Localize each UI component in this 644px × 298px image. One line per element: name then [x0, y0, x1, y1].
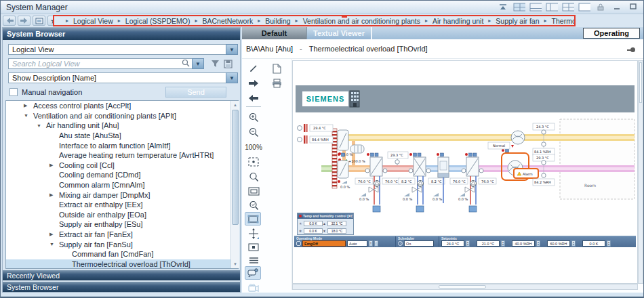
setpoint-value[interactable]: 24.0 °C	[441, 240, 464, 247]
back-arrow-icon[interactable]	[245, 91, 262, 105]
view-selector[interactable]: Logical View	[8, 44, 226, 55]
breadcrumb-item[interactable]: Air handling unit	[432, 17, 483, 25]
history-button[interactable]	[33, 16, 45, 26]
fit-page-icon[interactable]	[245, 184, 262, 198]
mode-edit-icon[interactable]: /	[374, 240, 378, 247]
operating-mode-select[interactable]: Auto	[347, 240, 367, 247]
layers-icon[interactable]	[245, 253, 262, 267]
display-mode-selector[interactable]: Show Description [Name]	[8, 72, 226, 83]
zoom-in-icon[interactable]	[245, 110, 262, 124]
breadcrumb-item[interactable]: Ventilation and air conditioning plants	[303, 17, 420, 25]
zoom-level[interactable]: 100%	[245, 140, 262, 154]
supply-fan-alarm-badge[interactable]: Alarm	[514, 169, 538, 178]
canvas-hscrollbar[interactable]	[292, 284, 638, 290]
tree-scrollbar[interactable]: ▲ ▼	[230, 101, 239, 268]
search-dropdown-icon[interactable]: ▼	[192, 58, 204, 69]
vscrollbar-thumb[interactable]	[639, 62, 642, 103]
display-mode-dropdown-icon[interactable]: ▼	[226, 72, 238, 83]
outside-air-damper[interactable]: 0.0 %	[338, 161, 350, 189]
layout-left-icon[interactable]	[546, 2, 558, 12]
tree-item[interactable]: Thermoelectrical overload [ThOvrld]	[6, 259, 238, 270]
collapse-icon[interactable]: ▼	[49, 242, 59, 247]
mode-dropdown-icon[interactable]: ▼	[369, 240, 373, 247]
layout-4pane-icon[interactable]	[513, 2, 525, 12]
expand-icon[interactable]: ▶	[49, 232, 59, 237]
tree-item[interactable]: Supply air enthalpy [ESu]	[6, 219, 238, 230]
tree-item[interactable]: ▶Access control plants [AccPlt]	[6, 101, 238, 111]
search-icon[interactable]	[182, 59, 190, 68]
layout-single-icon[interactable]	[578, 2, 590, 12]
zoom-original-icon[interactable]	[245, 155, 262, 169]
outside-air-sensors[interactable]: 29.4 °C 84.4 %RH	[298, 124, 334, 144]
temp-humidity-control-panel[interactable]: Temp and humidity control [XCtl] ☀ 0.0 K…	[297, 213, 354, 235]
tree-item[interactable]: Outside air enthalpy [EOa]	[6, 210, 238, 220]
operating-button[interactable]: Operating	[583, 28, 640, 39]
tree-item[interactable]: ▼Supply air fan [FanSu]	[6, 239, 238, 249]
filter-icon[interactable]	[209, 58, 220, 69]
scroll-down-icon[interactable]: ▼	[231, 260, 239, 268]
comment-pin-icon[interactable]	[245, 266, 261, 280]
tree-item[interactable]: ▶Cooling coil [Ccl]	[6, 161, 238, 171]
setpoint-value[interactable]: 60.0 %RH	[547, 240, 570, 247]
back-button[interactable]	[3, 16, 16, 26]
magnifier-icon[interactable]	[245, 170, 262, 184]
tree-item[interactable]: ▶Extract air fan [FanEx]	[6, 230, 238, 240]
system-browser-header[interactable]: System Browser	[3, 28, 240, 40]
pin-icon[interactable]	[627, 47, 635, 52]
tree-item[interactable]: ▼Air handling unit [Ahu]	[6, 121, 238, 131]
forward-button[interactable]	[18, 16, 31, 26]
graphics-canvas[interactable]: SIEMENS Room	[292, 60, 638, 284]
tree-item[interactable]: ▶Mixing air damper [DmpMx]	[6, 190, 238, 200]
setpoint-value[interactable]: 0.0 K	[582, 240, 605, 247]
layout-bottom-icon[interactable]	[529, 2, 542, 12]
setpoint-spinner[interactable]: ▲▼	[466, 240, 470, 247]
tree-item[interactable]: Interface to alarm function [AlmItf]	[6, 140, 238, 150]
setpoint-spinner[interactable]: ▲▼	[607, 240, 611, 247]
collapse-toolbar-icon[interactable]	[497, 2, 509, 12]
edit-pen-icon[interactable]	[245, 62, 262, 75]
fit-view-icon[interactable]	[245, 212, 261, 226]
system-browser-bar[interactable]: System Browser	[3, 282, 240, 292]
tree-item[interactable]: Cooling demand [CDmd]	[6, 170, 238, 180]
collapse-icon[interactable]: ▼	[37, 123, 46, 128]
tree-scrollbar-thumb[interactable]	[232, 110, 239, 225]
setpoint-value[interactable]: 40.0 %RH	[512, 240, 535, 247]
room-zone[interactable]: Room	[560, 119, 635, 199]
breadcrumb-item[interactable]: Thermoelectrical overload	[552, 17, 576, 25]
rotary-heat-exchanger[interactable]	[350, 145, 364, 153]
recently-viewed-bar[interactable]: Recently Viewed	[3, 270, 240, 280]
tree-item[interactable]: Extract air enthalpy [EEx]	[6, 200, 238, 210]
save-search-icon[interactable]	[222, 58, 233, 69]
tree-item[interactable]: Common alarm [CmnAlm]	[6, 180, 238, 190]
breadcrumb-item[interactable]: Logical View	[73, 17, 113, 25]
search-input[interactable]: Search Logical View	[8, 58, 193, 69]
minimize-icon[interactable]	[611, 2, 623, 12]
scheduler-value[interactable]: On	[404, 240, 434, 247]
setpoint-spinner[interactable]: ▲▼	[536, 240, 540, 247]
hvac-schematic[interactable]: Room	[294, 114, 637, 226]
tab-default[interactable]: Default	[242, 27, 307, 39]
layout-split-icon[interactable]	[562, 2, 574, 12]
setpoint-spinner[interactable]: ▲▼	[571, 240, 576, 247]
lock-icon[interactable]	[595, 2, 607, 12]
tree-item[interactable]: Average heating return temperature [Avrt…	[6, 150, 238, 161]
tree-item[interactable]: Command fan [CmdFan]	[6, 249, 238, 259]
view-selector-dropdown-icon[interactable]: ▼	[226, 44, 238, 55]
maximize-icon[interactable]	[627, 2, 639, 12]
pan-mode-icon[interactable]	[245, 227, 262, 240]
zoom-out-icon[interactable]	[245, 125, 262, 139]
building-icon[interactable]	[347, 88, 362, 108]
expand-icon[interactable]: ▶	[49, 192, 59, 198]
tree-item[interactable]: ▼Ventilation and air conditioning plants…	[6, 111, 238, 121]
expand-icon[interactable]: ▶	[49, 163, 59, 168]
operating-mode-value[interactable]: EmgOff	[302, 240, 346, 247]
manual-navigation-checkbox[interactable]	[9, 88, 18, 96]
breadcrumb-item[interactable]: Logical (SSPDEMO)	[125, 17, 190, 25]
expand-icon[interactable]: ▶	[24, 103, 33, 108]
setpoint-value[interactable]: 21.0 °C	[477, 240, 500, 247]
breadcrumb-item[interactable]: Supply air fan	[496, 17, 539, 25]
scroll-up-icon[interactable]: ▲	[231, 101, 239, 109]
breadcrumb-item[interactable]: Building	[265, 17, 290, 25]
new-page-icon[interactable]	[268, 62, 285, 75]
setpoint-spinner[interactable]: ▲▼	[501, 240, 505, 247]
